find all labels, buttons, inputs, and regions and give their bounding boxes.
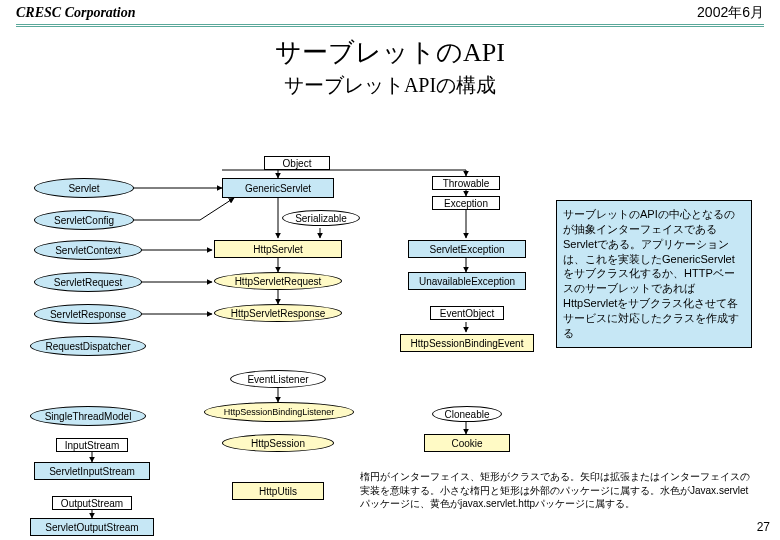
node-http-servlet-response: HttpServletResponse (214, 304, 342, 322)
node-input-stream: InputStream (56, 438, 128, 452)
node-cookie: Cookie (424, 434, 510, 452)
footnote: 楕円がインターフェイス、矩形がクラスである。矢印は拡張またはインターフェイスの実… (360, 470, 754, 511)
node-servlet-output-stream: ServletOutputStream (30, 518, 154, 536)
node-object: Object (264, 156, 330, 170)
node-unavailable-exception: UnavailableException (408, 272, 526, 290)
node-event-object: EventObject (430, 306, 504, 320)
node-throwable: Throwable (432, 176, 500, 190)
node-http-servlet: HttpServlet (214, 240, 342, 258)
date-label: 2002年6月 (697, 4, 764, 22)
svg-line-10 (200, 198, 234, 220)
node-servlet-response: ServletResponse (34, 304, 142, 324)
node-exception: Exception (432, 196, 500, 210)
node-servlet-request: ServletRequest (34, 272, 142, 292)
node-serializable: Serializable (282, 210, 360, 226)
node-http-utils: HttpUtils (232, 482, 324, 500)
node-request-dispatcher: RequestDispatcher (30, 336, 146, 356)
node-http-session: HttpSession (222, 434, 334, 452)
node-event-listener: EventListener (230, 370, 326, 388)
node-servlet: Servlet (34, 178, 134, 198)
node-servlet-config: ServletConfig (34, 210, 134, 230)
company-name: CRESC Corporation (16, 5, 135, 21)
node-servlet-context: ServletContext (34, 240, 142, 260)
page-number: 27 (757, 520, 770, 534)
side-description: サーブレットのAPIの中心となるのが抽象インターフェイスであるServletであ… (556, 200, 752, 348)
node-http-session-binding-listener: HttpSessionBindingListener (204, 402, 354, 422)
diagram-area: Object Servlet GenericServlet ServletCon… (0, 140, 780, 520)
node-http-session-binding-event: HttpSessionBindingEvent (400, 334, 534, 352)
node-http-servlet-request: HttpServletRequest (214, 272, 342, 290)
node-servlet-input-stream: ServletInputStream (34, 462, 150, 480)
node-servlet-exception: ServletException (408, 240, 526, 258)
node-single-thread-model: SingleThreadModel (30, 406, 146, 426)
page-title: サーブレットのAPI (0, 35, 780, 70)
header-rule (16, 24, 764, 27)
node-output-stream: OutputStream (52, 496, 132, 510)
page-subtitle: サーブレットAPIの構成 (0, 72, 780, 99)
node-cloneable: Cloneable (432, 406, 502, 422)
node-generic-servlet: GenericServlet (222, 178, 334, 198)
